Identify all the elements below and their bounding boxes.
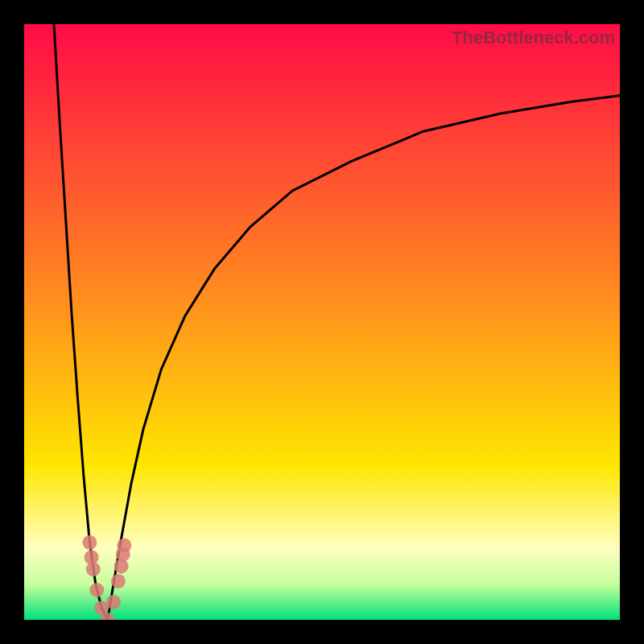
data-dot	[86, 562, 101, 576]
data-dot	[111, 574, 126, 588]
curve-left-branch	[54, 24, 108, 620]
curve-right-branch	[108, 96, 620, 620]
data-dot	[89, 583, 104, 597]
data-dot	[117, 539, 131, 553]
curve-layer	[24, 24, 620, 620]
plot-area: TheBottleneck.com	[24, 24, 620, 620]
data-dot	[106, 595, 121, 609]
data-dot	[82, 535, 97, 550]
chart-frame: TheBottleneck.com	[0, 0, 644, 644]
